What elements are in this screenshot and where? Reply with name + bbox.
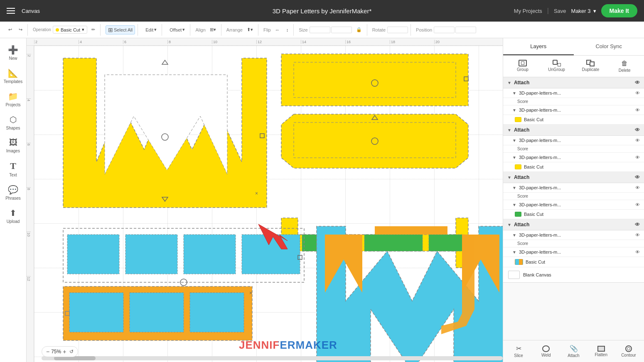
- ungroup-button[interactable]: UnGroup: [541, 57, 573, 75]
- zoom-level: 75%: [51, 349, 61, 355]
- visibility-icon-3[interactable]: 👁: [635, 174, 640, 180]
- sidebar-item-text[interactable]: T Text: [2, 157, 25, 181]
- layer-item-4-1[interactable]: ▼ 3D-paper-letters-m... 👁: [503, 230, 644, 240]
- layer-item-1-1[interactable]: ▼ 3D-paper-letters-m... 👁: [503, 88, 644, 98]
- sidebar-item-templates[interactable]: 📐 Templates: [2, 65, 25, 87]
- canvas-area[interactable]: 2 4 6 8 10 12 14 16 18 20 2 4 6 8 10 12: [27, 38, 503, 362]
- eye-icon-4-1[interactable]: 👁: [635, 232, 640, 237]
- layer-item-2-2[interactable]: ▼ 3D-paper-letters-m... 👁: [503, 153, 644, 162]
- weld-button[interactable]: Weld: [532, 343, 560, 360]
- tab-color-sync[interactable]: Color Sync: [574, 38, 644, 55]
- ruler-top: 2 4 6 8 10 12 14 16 18 20: [27, 38, 503, 46]
- cut-type-selector[interactable]: Basic Cut ▾: [53, 26, 87, 34]
- select-all-button[interactable]: ⊞ Select All: [106, 25, 135, 34]
- y-input[interactable]: [455, 27, 476, 33]
- visibility-icon-1[interactable]: 👁: [635, 80, 640, 86]
- attach-button[interactable]: 📎 Attach: [560, 342, 587, 360]
- svg-rect-13: [364, 235, 423, 251]
- make-it-button[interactable]: Make It: [601, 4, 637, 17]
- sidebar-item-projects[interactable]: 📁 Projects: [2, 88, 25, 110]
- visibility-icon-2[interactable]: 👁: [635, 127, 640, 133]
- width-input[interactable]: [310, 27, 330, 33]
- delete-button[interactable]: 🗑 Delete: [608, 57, 641, 75]
- blank-canvas-row[interactable]: Blank Canvas: [503, 267, 644, 283]
- flatten-button[interactable]: Flatten: [587, 343, 615, 360]
- eye-icon-3-1[interactable]: 👁: [635, 185, 640, 190]
- app-title: Canvas: [22, 8, 40, 14]
- redo-button[interactable]: ↪: [16, 26, 25, 34]
- sidebar-item-images[interactable]: 🖼 Images: [2, 135, 25, 157]
- eye-icon-2-2[interactable]: 👁: [635, 155, 640, 160]
- duplicate-button[interactable]: Duplicate: [575, 57, 607, 75]
- align-btn[interactable]: ⊞▾: [207, 26, 219, 34]
- rotate-input[interactable]: [387, 27, 408, 33]
- edit-group: Edit ▾: [140, 24, 162, 36]
- attach-header-3: ▼ Attach 👁: [503, 172, 644, 183]
- attach-label-4: Attach: [514, 222, 529, 227]
- sidebar-item-new[interactable]: ➕ New: [2, 42, 25, 64]
- sidebar-item-shapes[interactable]: ⬡ Shapes: [2, 111, 25, 134]
- contour-button[interactable]: Contour: [615, 343, 642, 360]
- offset-button[interactable]: Offset ▾: [167, 26, 187, 34]
- layer-name-4-1: 3D-paper-letters-m...: [519, 232, 633, 237]
- rotate-group: Rotate: [370, 24, 411, 36]
- eye-icon-4-2[interactable]: 👁: [635, 249, 640, 254]
- rotate-label: Rotate: [372, 27, 386, 32]
- sidebar-item-upload[interactable]: ⬆ Upload: [2, 205, 25, 227]
- undo-button[interactable]: ↩: [6, 26, 15, 34]
- machine-selector[interactable]: Maker 3 ▾: [571, 8, 596, 14]
- text-icon: T: [10, 161, 16, 171]
- eye-icon-3-2[interactable]: 👁: [635, 202, 640, 207]
- size-group: Size 🔒: [296, 24, 367, 36]
- layer-item-1-2[interactable]: ▼ 3D-paper-letters-m... 👁: [503, 105, 644, 115]
- ruler-left: 2 4 6 8 10 12: [27, 46, 34, 362]
- tab-layers[interactable]: Layers: [503, 38, 574, 55]
- layer-name-3-1: 3D-paper-letters-m...: [519, 185, 633, 190]
- arrange-btn[interactable]: ⬆▾: [244, 26, 256, 34]
- layers-panel[interactable]: ▼ Attach 👁 ▼ 3D-paper-letters-m... 👁 Sco…: [503, 77, 644, 340]
- attach-header-2: ▼ Attach 👁: [503, 125, 644, 136]
- layer-label-1-1: Score: [503, 98, 644, 105]
- height-input[interactable]: [331, 27, 352, 33]
- operation-group: Operation Basic Cut ▾ ✏: [30, 24, 101, 36]
- color-swatch-cyan-orange: [515, 259, 523, 265]
- horizontal-scrollbar[interactable]: [42, 356, 503, 360]
- panel-tabs: Layers Color Sync: [503, 38, 644, 56]
- watermark: JENNIFERMAKER: [239, 339, 337, 352]
- x-input[interactable]: [434, 27, 455, 33]
- flip-label: Flip: [263, 27, 271, 32]
- chevron-icon: ▼: [507, 81, 511, 85]
- save-link[interactable]: Save: [554, 8, 566, 14]
- flip-h-btn[interactable]: ↔: [273, 26, 282, 34]
- zoom-fit-button[interactable]: ↺: [69, 349, 74, 355]
- align-label: Align: [195, 27, 205, 32]
- edit-style-button[interactable]: ✏: [89, 26, 98, 34]
- layer-label-4-1: Score: [503, 240, 644, 247]
- eye-icon-1-2[interactable]: 👁: [635, 108, 640, 113]
- eye-icon-1-1[interactable]: 👁: [635, 90, 640, 95]
- attach-header-4: ▼ Attach 👁: [503, 219, 644, 230]
- canvas-content[interactable]: ×: [34, 46, 503, 362]
- layer-item-3-1[interactable]: ▼ 3D-paper-letters-m... 👁: [503, 183, 644, 193]
- sidebar-item-phrases[interactable]: 💬 Phrases: [2, 181, 25, 204]
- edit-button[interactable]: Edit ▾: [143, 26, 159, 34]
- svg-rect-27: [65, 311, 69, 316]
- lock-ratio-btn[interactable]: 🔒: [354, 26, 364, 34]
- slice-icon: ✂: [516, 345, 521, 352]
- slice-button[interactable]: ✂ Slice: [505, 342, 532, 360]
- layer-item-4-2[interactable]: ▼ 3D-paper-letters-m... 👁: [503, 247, 644, 257]
- hamburger-menu[interactable]: [7, 8, 15, 14]
- zoom-out-button[interactable]: −: [46, 348, 49, 355]
- layer-item-3-2[interactable]: ▼ 3D-paper-letters-m... 👁: [503, 200, 644, 210]
- chevron-icon: ▼: [512, 108, 516, 113]
- svg-rect-23: [69, 293, 123, 332]
- visibility-icon-4[interactable]: 👁: [635, 222, 640, 227]
- group-button[interactable]: Group: [506, 57, 539, 75]
- flip-v-btn[interactable]: ↕: [284, 26, 291, 34]
- nav-right: My Projects | Save Maker 3 ▾ Make It: [514, 4, 637, 17]
- eye-icon-2-1[interactable]: 👁: [635, 138, 640, 143]
- my-projects-link[interactable]: My Projects: [514, 8, 542, 14]
- layer-item-2-1[interactable]: ▼ 3D-paper-letters-m... 👁: [503, 136, 644, 145]
- zoom-in-button[interactable]: +: [63, 348, 66, 355]
- svg-rect-28: [375, 226, 447, 235]
